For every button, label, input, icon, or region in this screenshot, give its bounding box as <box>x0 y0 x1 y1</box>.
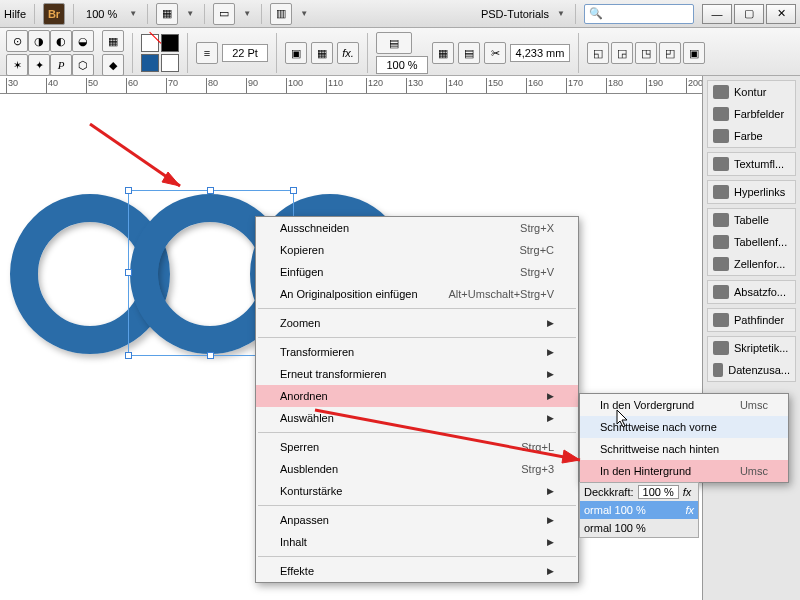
tool-icon[interactable]: ◒ <box>72 30 94 52</box>
stroke-icon[interactable]: ≡ <box>196 42 218 64</box>
panel-icon <box>713 213 729 227</box>
fx-icon[interactable]: fx. <box>337 42 359 64</box>
submenu-item[interactable]: In den HintergrundUmsc <box>580 460 788 482</box>
ruler-tick: 100 <box>286 78 303 94</box>
maximize-button[interactable]: ▢ <box>734 4 764 24</box>
submenu-item[interactable]: Schrittweise nach hinten <box>580 438 788 460</box>
panel-item[interactable]: Absatzfo... <box>708 281 795 303</box>
tool-icon[interactable]: ◱ <box>587 42 609 64</box>
tool-icon[interactable]: ✦ <box>28 54 50 76</box>
chevron-down-icon[interactable]: ▼ <box>243 9 253 18</box>
tool-icon[interactable]: ⬡ <box>72 54 94 76</box>
arrange-submenu: In den VordergrundUmscSchrittweise nach … <box>579 393 789 483</box>
color-swatch[interactable] <box>141 54 159 72</box>
menu-item[interactable]: AusschneidenStrg+X <box>256 217 578 239</box>
workspace-label[interactable]: PSD-Tutorials <box>481 8 549 20</box>
panel-icon <box>713 85 729 99</box>
help-menu[interactable]: Hilfe <box>4 8 26 20</box>
panel-icon <box>713 257 729 271</box>
opacity-field[interactable]: 100 % <box>376 56 428 74</box>
view-options-icon[interactable]: ▦ <box>156 3 178 25</box>
panel-item[interactable]: Textumfl... <box>708 153 795 175</box>
layers-panel[interactable]: Deckkraft:100 %fx ormal 100 %fx ormal 10… <box>579 482 699 538</box>
panel-icon <box>713 107 729 121</box>
menu-item[interactable]: Auswählen▶ <box>256 407 578 429</box>
tool-icon[interactable]: P <box>50 54 72 76</box>
tool-icon[interactable]: ◲ <box>611 42 633 64</box>
menu-item[interactable]: Transformieren▶ <box>256 341 578 363</box>
tool-icon[interactable]: ▦ <box>432 42 454 64</box>
panel-icon <box>713 157 729 171</box>
panel-item[interactable]: Skriptetik... <box>708 337 795 359</box>
chevron-down-icon[interactable]: ▼ <box>300 9 310 18</box>
panel-item[interactable]: Tabelle <box>708 209 795 231</box>
submenu-item[interactable]: In den VordergrundUmsc <box>580 394 788 416</box>
menu-item[interactable]: AusblendenStrg+3 <box>256 458 578 480</box>
menu-item[interactable]: Anordnen▶ <box>256 385 578 407</box>
chevron-right-icon: ▶ <box>547 369 554 379</box>
panel-item[interactable]: Hyperlinks <box>708 181 795 203</box>
arrange-docs-icon[interactable]: ▥ <box>270 3 292 25</box>
ruler-tick: 110 <box>326 78 343 94</box>
menu-item[interactable]: Inhalt▶ <box>256 531 578 553</box>
tool-icon[interactable]: ◐ <box>50 30 72 52</box>
tool-icon[interactable]: ▤ <box>458 42 480 64</box>
menu-item[interactable]: EinfügenStrg+V <box>256 261 578 283</box>
tool-icon[interactable]: ▣ <box>285 42 307 64</box>
chevron-right-icon: ▶ <box>547 413 554 423</box>
close-button[interactable]: ✕ <box>766 4 796 24</box>
tool-icon[interactable]: ◆ <box>102 54 124 76</box>
menu-bar: Hilfe Br 100 % ▼ ▦ ▼ ▭ ▼ ▥ ▼ PSD-Tutoria… <box>0 0 800 28</box>
menu-item[interactable]: Effekte▶ <box>256 560 578 582</box>
menu-item[interactable]: KopierenStrg+C <box>256 239 578 261</box>
stroke-swatch[interactable] <box>161 34 179 52</box>
panel-item[interactable]: Pathfinder <box>708 309 795 331</box>
tool-icon[interactable]: ⊙ <box>6 30 28 52</box>
measure-field[interactable]: 4,233 mm <box>510 44 570 62</box>
chevron-right-icon: ▶ <box>547 566 554 576</box>
menu-item[interactable]: SperrenStrg+L <box>256 436 578 458</box>
ruler-tick: 150 <box>486 78 503 94</box>
zoom-level[interactable]: 100 % <box>82 8 121 20</box>
chevron-down-icon[interactable]: ▼ <box>557 9 567 18</box>
context-menu: AusschneidenStrg+XKopierenStrg+CEinfügen… <box>255 216 579 583</box>
panel-item[interactable]: Zellenfor... <box>708 253 795 275</box>
none-swatch[interactable] <box>161 54 179 72</box>
fill-swatch[interactable] <box>141 34 159 52</box>
layer-row[interactable]: ormal 100 %fx <box>580 501 698 519</box>
menu-item[interactable]: Konturstärke▶ <box>256 480 578 502</box>
panel-item[interactable]: Datenzusa... <box>708 359 795 381</box>
layer-row[interactable]: ormal 100 % <box>580 519 698 537</box>
submenu-item[interactable]: Schrittweise nach vorne <box>580 416 788 438</box>
menu-item[interactable]: Zoomen▶ <box>256 312 578 334</box>
tool-icon[interactable]: ▣ <box>683 42 705 64</box>
chevron-down-icon[interactable]: ▼ <box>129 9 139 18</box>
menu-item[interactable]: Anpassen▶ <box>256 509 578 531</box>
tool-icon[interactable]: ▦ <box>102 30 124 52</box>
panel-icon <box>713 285 729 299</box>
menu-item[interactable]: An Originalposition einfügenAlt+Umschalt… <box>256 283 578 305</box>
tool-icon[interactable]: ◳ <box>635 42 657 64</box>
ruler-tick: 180 <box>606 78 623 94</box>
tool-icon[interactable]: ▤ <box>376 32 412 54</box>
search-input[interactable]: 🔍 <box>584 4 694 24</box>
minimize-button[interactable]: — <box>702 4 732 24</box>
chevron-down-icon[interactable]: ▼ <box>186 9 196 18</box>
panel-item[interactable]: Kontur <box>708 81 795 103</box>
ruler-tick: 160 <box>526 78 543 94</box>
horizontal-ruler: 3040506070809010011012013014015016017018… <box>0 76 702 94</box>
tool-icon[interactable]: ✶ <box>6 54 28 76</box>
screen-mode-icon[interactable]: ▭ <box>213 3 235 25</box>
panel-item[interactable]: Farbfelder <box>708 103 795 125</box>
crop-icon[interactable]: ✂ <box>484 42 506 64</box>
chevron-right-icon: ▶ <box>547 515 554 525</box>
menu-item[interactable]: Erneut transformieren▶ <box>256 363 578 385</box>
tool-icon[interactable]: ▦ <box>311 42 333 64</box>
bridge-button[interactable]: Br <box>43 3 65 25</box>
panel-item[interactable]: Farbe <box>708 125 795 147</box>
panel-icon <box>713 185 729 199</box>
tool-icon[interactable]: ◰ <box>659 42 681 64</box>
panel-item[interactable]: Tabellenf... <box>708 231 795 253</box>
font-size-field[interactable]: 22 Pt <box>222 44 268 62</box>
tool-icon[interactable]: ◑ <box>28 30 50 52</box>
